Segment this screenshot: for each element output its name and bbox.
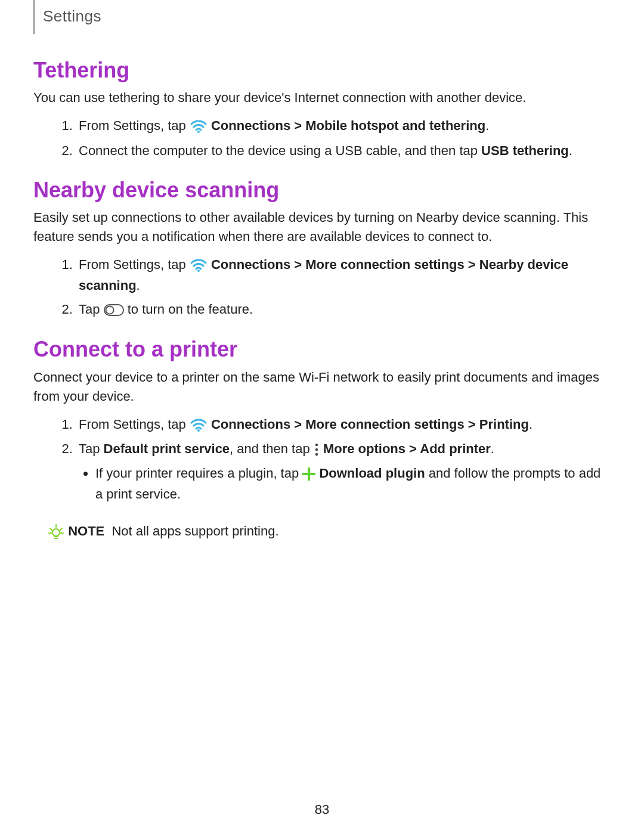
note-row: NOTE Not all apps support printing.: [48, 521, 611, 542]
lightbulb-icon: [48, 522, 64, 542]
svg-point-1: [197, 270, 200, 272]
step-bold: Connections > Mobile hotspot and tetheri…: [211, 118, 485, 133]
step-text: From Settings, tap: [79, 417, 190, 432]
step-text: Tap: [79, 302, 104, 317]
note-text: Not all apps support printing.: [112, 524, 278, 538]
svg-point-4: [197, 429, 200, 432]
list-item: If your printer requires a plugin, tap D…: [95, 463, 611, 504]
section-title-printer: Connect to a printer: [33, 337, 611, 361]
svg-point-0: [197, 131, 200, 133]
list-item: From Settings, tap Connections > More co…: [76, 414, 611, 435]
nearby-steps: From Settings, tap Connections > More co…: [33, 255, 611, 321]
wifi-icon: [190, 116, 208, 137]
wifi-icon: [190, 415, 208, 435]
step-bold: Connections > More connection settings >…: [211, 417, 529, 432]
tethering-intro: You can use tethering to share your devi…: [33, 88, 611, 107]
svg-point-8: [52, 529, 60, 536]
step-suffix: .: [137, 278, 140, 293]
section-title-tethering: Tethering: [33, 58, 611, 82]
step-text: From Settings, tap: [79, 257, 190, 272]
breadcrumb: Settings: [43, 7, 101, 25]
svg-point-7: [315, 453, 318, 456]
step-bold: More options > Add printer: [323, 441, 491, 456]
list-item: Tap to turn on the feature.: [76, 299, 611, 320]
step-text: Connect the computer to the device using…: [79, 143, 481, 158]
step-text: Tap: [79, 441, 104, 456]
step-bold: USB tethering: [481, 143, 569, 158]
printer-intro: Connect your device to a printer on the …: [33, 368, 611, 406]
step-suffix: .: [491, 441, 494, 456]
step-suffix: .: [529, 417, 532, 432]
step-mid: , and then tap: [230, 441, 314, 456]
step-bold: Default print service: [104, 441, 230, 456]
section-title-nearby: Nearby device scanning: [33, 178, 611, 202]
breadcrumb-bar: Settings: [33, 0, 611, 34]
step-suffix: .: [569, 143, 572, 158]
sub-text: If your printer requires a plugin, tap: [95, 466, 302, 481]
note-label: NOTE: [68, 524, 104, 538]
nearby-intro: Easily set up connections to other avail…: [33, 208, 611, 246]
svg-point-3: [106, 306, 113, 314]
toggle-off-icon: [104, 300, 124, 320]
list-item: Connect the computer to the device using…: [76, 141, 611, 161]
more-options-icon: [314, 439, 320, 460]
step-text: From Settings, tap: [79, 118, 190, 133]
page-number: 83: [0, 802, 644, 817]
list-item: From Settings, tap Connections > Mobile …: [76, 116, 611, 137]
sub-bold: Download plugin: [319, 466, 425, 481]
step-suffix: to turn on the feature.: [128, 302, 253, 317]
plus-icon: [302, 464, 315, 484]
svg-point-6: [315, 448, 318, 451]
sub-list: If your printer requires a plugin, tap D…: [79, 463, 611, 504]
list-item: Tap Default print service, and then tap …: [76, 439, 611, 505]
list-item: From Settings, tap Connections > More co…: [76, 255, 611, 296]
svg-point-5: [315, 444, 318, 446]
tethering-steps: From Settings, tap Connections > Mobile …: [33, 116, 611, 160]
wifi-icon: [190, 255, 208, 275]
printer-steps: From Settings, tap Connections > More co…: [33, 414, 611, 505]
step-suffix: .: [485, 118, 489, 133]
